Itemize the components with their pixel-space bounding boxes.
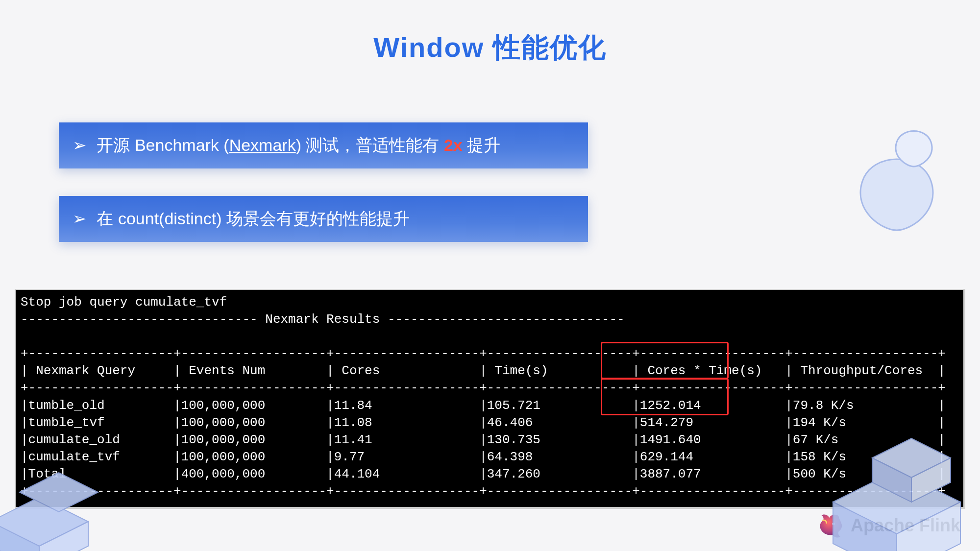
- terminal-output: Stop job query cumulate_tvf ------------…: [15, 289, 965, 509]
- terminal-line: Stop job query cumulate_tvf: [21, 295, 227, 310]
- terminal-line: +-------------------+-------------------…: [21, 346, 946, 361]
- bullet-text: 提升: [463, 136, 500, 154]
- terminal-line: +-------------------+-------------------…: [21, 484, 946, 499]
- bullet-text: 在 count(distinct) 场景会有更好的性能提升: [97, 209, 410, 228]
- bullet-highlight: 2x: [444, 136, 463, 154]
- decoration-top-right: [833, 122, 980, 289]
- table-row: |cumulate_tvf |100,000,000 |9.77 |64.398…: [21, 450, 946, 464]
- terminal-line: +-------------------+-------------------…: [21, 381, 946, 395]
- logo-text: Apache Flink: [851, 515, 960, 536]
- table-row: |Total |400,000,000 |44.104 |347.260 |38…: [21, 467, 946, 481]
- svg-marker-2: [0, 522, 39, 551]
- table-row: |tumble_tvf |100,000,000 |11.08 |46.406 …: [21, 415, 946, 430]
- flink-squirrel-icon: [816, 512, 844, 539]
- slide: Window 性能优化 ➢ 开源 Benchmark (Nexmark) 测试，…: [0, 0, 980, 551]
- bullet-text: ) 测试，普适性能有: [296, 136, 444, 154]
- bullet-arrow-icon: ➢: [73, 208, 86, 230]
- svg-point-0: [832, 523, 834, 525]
- svg-marker-3: [39, 522, 88, 551]
- terminal-line: ------------------------------- Nexmark …: [21, 312, 625, 327]
- slide-title: Window 性能优化: [0, 29, 980, 67]
- bullet-count-distinct: ➢ 在 count(distinct) 场景会有更好的性能提升: [59, 196, 588, 242]
- bullet-benchmark: ➢ 开源 Benchmark (Nexmark) 测试，普适性能有 2x 提升: [59, 122, 588, 168]
- table-row: |tumble_old |100,000,000 |11.84 |105.721…: [21, 398, 946, 413]
- nexmark-link[interactable]: Nexmark: [229, 136, 296, 154]
- apache-flink-logo: Apache Flink: [816, 512, 960, 539]
- terminal-line: | Nexmark Query | Events Num | Cores | T…: [21, 363, 946, 378]
- table-row: |cumulate_old |100,000,000 |11.41 |130.7…: [21, 432, 946, 447]
- bullet-text: 开源 Benchmark (: [97, 136, 229, 154]
- bullet-arrow-icon: ➢: [73, 134, 86, 157]
